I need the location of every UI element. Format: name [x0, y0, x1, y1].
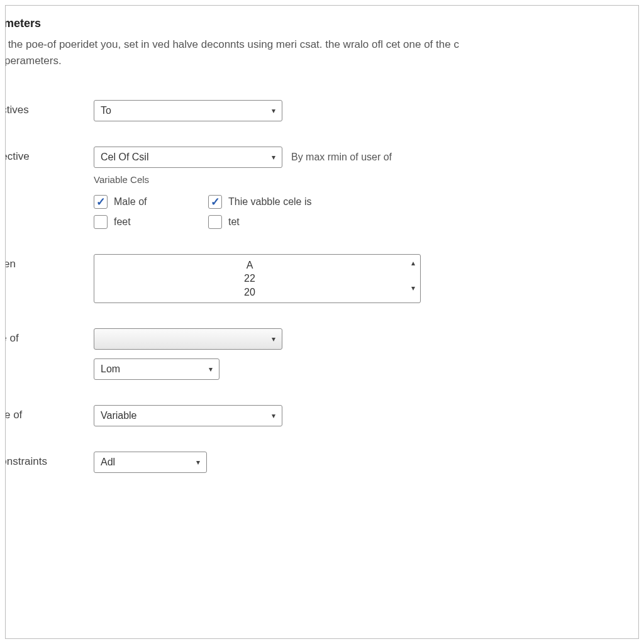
page-description: de the poe-of poeridet you, set in ved h…	[5, 36, 638, 70]
ive-select-2-value: Lom	[101, 364, 120, 375]
constraints-select[interactable]: Adl ▾	[94, 452, 207, 473]
chevron-down-icon: ▾	[272, 411, 275, 420]
label-objective: bjective	[5, 147, 94, 163]
chevron-down-icon: ▾	[272, 106, 275, 115]
checkbox-tet[interactable]	[208, 215, 222, 229]
objective-hint: By max rmin of user of	[291, 152, 392, 163]
spinner-down-icon[interactable]: ▾	[411, 284, 415, 292]
listbox-line-20: 20	[244, 286, 255, 299]
row-objectives: jectives To ▾	[5, 100, 638, 121]
iglen-listbox[interactable]: A 22 20 ▴ ▾	[94, 254, 421, 303]
constraints-select-value: Adl	[101, 457, 115, 468]
objective-select-value: Cel Of Csil	[101, 152, 148, 163]
label-oce-of: oce of	[5, 405, 94, 421]
variable-cells-label: Variable Cels	[94, 174, 638, 185]
row-oce-of: oce of Variable ▾	[5, 405, 638, 426]
variable-cells-checkboxes: ✓ Male of ✓ Thie vabble cele is feet tet	[94, 195, 638, 229]
oce-select[interactable]: Variable ▾	[94, 405, 282, 426]
listbox-content: A 22 20	[98, 258, 401, 299]
ive-select-2[interactable]: Lom ▾	[94, 358, 219, 380]
label-objectives: jectives	[5, 100, 94, 116]
checkbox-label-male-of: Male of	[114, 196, 208, 208]
label-constraints: Constraints	[5, 452, 94, 468]
chevron-down-icon: ▾	[209, 365, 213, 374]
row-objective: bjective Cel Of Csil ▾ By max rmin of us…	[5, 147, 638, 229]
chevron-down-icon: ▾	[272, 153, 275, 162]
parameters-dialog: rameters de the poe-of poeridet you, set…	[5, 5, 639, 639]
checkbox-label-feet: feet	[114, 216, 208, 228]
dialog-header: rameters de the poe-of poeridet you, set…	[5, 17, 638, 70]
objectives-select-value: To	[101, 105, 111, 116]
spinner-up-icon[interactable]: ▴	[411, 258, 415, 267]
listbox-line-a: A	[247, 258, 253, 272]
checkbox-label-thie-vabble: Thie vabble cele is	[228, 196, 638, 208]
ive-select-1[interactable]: ▾	[94, 328, 282, 350]
label-iglen: iglen el	[5, 254, 94, 283]
checkbox-label-tet: tet	[228, 216, 638, 228]
checkbox-male-of[interactable]: ✓	[94, 195, 108, 209]
label-ive-of: ive of l	[5, 328, 94, 357]
checkbox-thie-vabble[interactable]: ✓	[208, 195, 222, 209]
spinner-controls: ▴ ▾	[411, 258, 415, 292]
chevron-down-icon: ▾	[272, 335, 275, 343]
row-ive-of: ive of l ▾ Lom ▾	[5, 328, 638, 380]
oce-select-value: Variable	[101, 410, 137, 421]
listbox-line-22: 22	[244, 272, 255, 286]
row-iglen: iglen el A 22 20 ▴ ▾	[5, 254, 638, 303]
row-constraints: Constraints Adl ▾	[5, 452, 638, 473]
checkbox-feet[interactable]	[94, 215, 108, 229]
objectives-select[interactable]: To ▾	[94, 100, 282, 121]
chevron-down-icon: ▾	[196, 458, 200, 467]
objective-select[interactable]: Cel Of Csil ▾	[94, 147, 282, 168]
page-title: rameters	[5, 17, 638, 30]
